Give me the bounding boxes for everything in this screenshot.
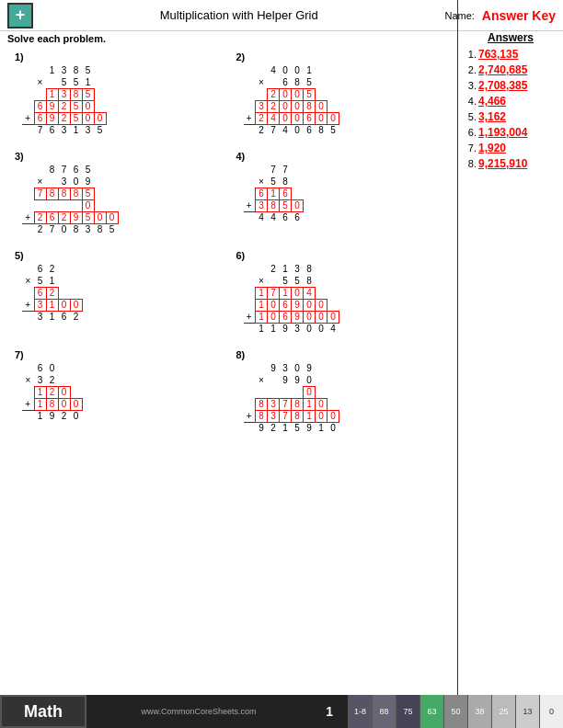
answer-item: 4.4,466 [462, 95, 559, 108]
answer-item: 1.763,135 [462, 48, 559, 61]
problem-8: 8) 9309 ×990 0 837810 +8378100 9215910 [229, 346, 451, 439]
answer-num: 1. [462, 49, 477, 60]
answer-val: 4,466 [478, 95, 506, 108]
answer-num: 2. [462, 64, 477, 75]
logo-icon: + [7, 3, 33, 28]
answer-item: 5.3,162 [462, 110, 559, 123]
answers-title: Answers [462, 31, 559, 44]
answer-item: 2.2,740,685 [462, 63, 559, 76]
answer-item: 6.1,193,004 [462, 126, 559, 139]
answer-val: 1,193,004 [478, 126, 527, 139]
answer-item: 8.9,215,910 [462, 157, 559, 170]
answer-val: 9,215,910 [478, 157, 527, 170]
problem-3: 3) 8765 ×309 78885 0 +2629500 2708385 [7, 147, 229, 241]
answer-key-box: Answers 1.763,1352.2,740,6853.2,708,3854… [457, 0, 563, 728]
problem-4: 4) 77 ×58 616 +3850 4466 [229, 147, 451, 241]
problem-1: 1) 1385 ×551 1385 69250 +692500 763135 [7, 48, 229, 142]
answer-num: 7. [462, 142, 477, 154]
solve-label: Solve each problem. [7, 33, 450, 44]
answer-num: 8. [462, 158, 477, 169]
footer: Math www.CommonCoreSheets.com 1 1-8 88 7… [0, 695, 563, 728]
answer-val: 2,708,385 [478, 79, 527, 92]
answer-val: 763,135 [478, 48, 518, 61]
problem-2-grid: 4001 ×685 2005 320080 +2400600 2740685 [244, 64, 340, 136]
footer-page: 1 [311, 704, 348, 719]
problem-2: 2) 4001 ×685 2005 320080 +2400600 274068… [229, 48, 451, 142]
answer-num: 3. [462, 80, 477, 91]
answer-item: 3.2,708,385 [462, 79, 559, 92]
problem-1-grid: 1385 ×551 1385 69250 +692500 763135 [22, 64, 107, 136]
problem-6: 6) 2138 ×558 17104 106900 +1069000 11930… [229, 246, 451, 340]
answer-val: 1,920 [478, 142, 506, 154]
answer-num: 5. [462, 111, 477, 122]
problem-5: 5) 62 ×51 62 +3100 3162 [7, 246, 229, 340]
answer-item: 7.1,920 [462, 142, 559, 154]
footer-math-label: Math [0, 695, 86, 728]
answer-val: 3,162 [478, 110, 506, 123]
answer-num: 6. [462, 127, 477, 138]
footer-codes: 1-8 88 75 63 50 38 25 13 0 [348, 695, 563, 728]
problem-7: 7) 60 ×32 120 +1800 1920 [7, 346, 229, 439]
footer-url: www.CommonCoreSheets.com [86, 707, 311, 716]
page-title: Multiplication with Helper Grid [33, 8, 444, 22]
answer-num: 4. [462, 96, 477, 107]
answer-val: 2,740,685 [478, 63, 527, 76]
